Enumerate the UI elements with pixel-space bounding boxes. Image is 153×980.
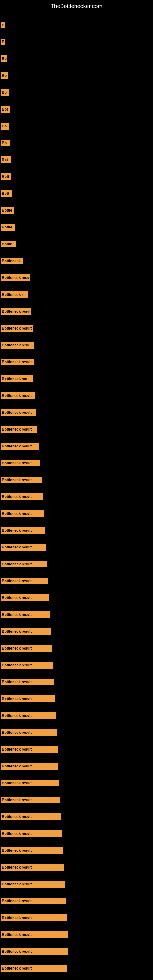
bar-item: Bottleneck result [1, 679, 54, 686]
bar-item: Bottleneck result [1, 763, 59, 770]
bar-item: Bottleneck result [1, 931, 68, 938]
bar-item: Bottleneck result [1, 477, 42, 483]
page-container: TheBottlenecker.com BBBoBoBoBotBoBoBotBo… [0, 0, 153, 976]
bar-item: Bottleneck result [1, 595, 49, 601]
bar-label: Bottleneck result [1, 965, 67, 972]
bar-label: Bottleneck result [1, 325, 33, 332]
bar-item: Bottleneck r [1, 291, 27, 298]
bar-item: Bottleneck result [1, 392, 35, 399]
bar-label: Bottleneck resu [1, 274, 30, 281]
bar-item: Bottleneck resu [1, 342, 33, 348]
bar-label: Bott [1, 173, 11, 180]
bar-label: Bottleneck result [1, 645, 52, 652]
bar-item: Bottleneck result [1, 527, 45, 534]
bar-item: Bottleneck result [1, 965, 67, 972]
bar-label: Bottleneck result [1, 477, 42, 483]
bar-label: Bottleneck result [1, 308, 31, 315]
bar-label: Bottleneck result [1, 443, 39, 450]
bar-item: Bottleneck result [1, 426, 37, 433]
bar-label: Bottleneck result [1, 763, 59, 770]
bar-label: Bottleneck result [1, 544, 46, 550]
bar-item: Bottleneck result [1, 797, 60, 803]
bar-label: Bottleneck r [1, 291, 27, 298]
bar-item: Bo [1, 56, 7, 62]
bar-label: Bo [1, 56, 7, 62]
bar-label: Bottleneck result [1, 595, 49, 601]
bar-item: Bottleneck result [1, 308, 31, 315]
bar-label: Bottleneck result [1, 460, 40, 466]
bar-item: Bottleneck result [1, 662, 53, 668]
bar-label: B [1, 22, 5, 29]
bar-label: Bottleneck result [1, 695, 55, 702]
bar-item: Bottleneck result [1, 813, 61, 820]
bar-label: Bottleneck result [1, 813, 61, 820]
bar-label: Bo [1, 89, 9, 96]
bar-item: Bottleneck result [1, 830, 62, 837]
bar-label: Bottleneck result [1, 780, 59, 786]
bar-item: Bottleneck result [1, 645, 52, 652]
bar-item: Bottleneck result [1, 611, 50, 618]
bar-label: Bottleneck res [1, 375, 33, 382]
bar-item: Bottleneck result [1, 628, 51, 635]
bar-item: Bottle [1, 224, 15, 231]
site-title: TheBottlenecker.com [0, 0, 153, 11]
bar-item: Bottleneck result [1, 847, 63, 854]
bar-label: Bottleneck result [1, 830, 62, 837]
bar-label: Bottleneck result [1, 392, 35, 399]
bar-label: Bottleneck result [1, 426, 37, 433]
bar-label: Bottleneck [1, 258, 22, 264]
bar-item: Bottleneck result [1, 544, 46, 550]
bar-label: Bottleneck result [1, 611, 50, 618]
bar-label: Bottleneck result [1, 864, 64, 871]
bar-label: Bottleneck result [1, 628, 51, 635]
bar-item: Bottleneck result [1, 695, 55, 702]
bar-item: Bottle [1, 207, 14, 214]
bar-label: Bottleneck result [1, 662, 53, 668]
bar-label: Bottleneck result [1, 931, 68, 938]
bar-label: Bo [1, 72, 8, 79]
bar-item: Bot [1, 106, 10, 113]
bar-item: Bottleneck result [1, 510, 44, 517]
bar-label: Bottleneck result [1, 561, 47, 568]
bar-item: Bottleneck result [1, 409, 36, 416]
bar-item: Bottleneck result [1, 915, 67, 921]
bar-label: Bot [1, 106, 10, 113]
bar-item: Bottleneck result [1, 460, 40, 466]
bar-item: Bottleneck result [1, 578, 48, 584]
bar-label: Bottleneck result [1, 948, 68, 955]
bar-label: Bottleneck result [1, 359, 34, 365]
bar-item: Bottleneck result [1, 864, 64, 871]
bar-label: Bo [1, 123, 10, 130]
bar-item: Bottleneck result [1, 746, 57, 753]
bar-label: Bottleneck result [1, 679, 54, 686]
bar-item: Bottleneck result [1, 359, 34, 365]
bar-label: Bottleneck result [1, 847, 63, 854]
bar-label: Bottleneck result [1, 712, 56, 719]
bar-label: Bottleneck result [1, 493, 43, 500]
bar-item: Bo [1, 89, 9, 96]
bar-label: Bottle [1, 207, 14, 214]
bar-label: Bottleneck result [1, 409, 36, 416]
bar-item: Bo [1, 72, 8, 79]
bar-label: Bottleneck resu [1, 342, 33, 348]
bar-item: Bottleneck [1, 258, 22, 264]
bar-item: Bottleneck result [1, 561, 47, 568]
bar-item: Bottleneck result [1, 712, 56, 719]
bar-item: Bottleneck result [1, 729, 57, 736]
bar-item: Bo [1, 123, 10, 130]
bar-label: Bottleneck result [1, 578, 48, 584]
bar-item: Bott [1, 173, 11, 180]
bar-label: Bottle [1, 241, 16, 247]
bar-label: B [1, 38, 5, 45]
bar-label: Bottleneck result [1, 527, 45, 534]
bar-item: Bottleneck res [1, 375, 33, 382]
bar-label: Bottleneck result [1, 510, 44, 517]
bar-label: Bottleneck result [1, 797, 60, 803]
bar-item: Bottleneck result [1, 948, 68, 955]
bar-item: B [1, 22, 5, 29]
bar-label: Bottleneck result [1, 915, 67, 921]
chart-area: BBBoBoBoBotBoBoBotBottBottBottleBottleBo… [0, 11, 153, 976]
bar-label: Bottleneck result [1, 729, 57, 736]
bar-item: Bottleneck result [1, 780, 59, 786]
bar-label: Bottleneck result [1, 746, 57, 753]
